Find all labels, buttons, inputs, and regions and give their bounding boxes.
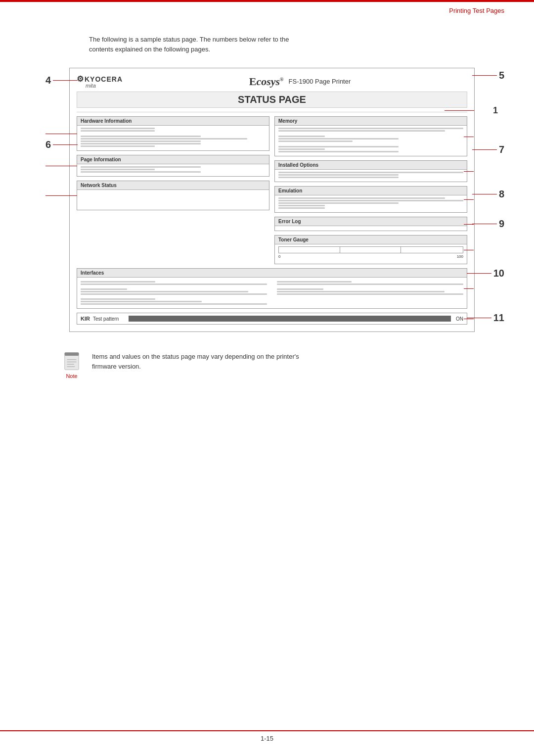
emulation-title: Emulation — [275, 187, 467, 195]
gear-icon: ⚙ — [77, 74, 84, 84]
kir-label: KIR — [81, 316, 90, 322]
io-line-1 — [278, 172, 463, 173]
installed-options-section: Installed Options — [274, 160, 467, 182]
toner-gauge-area: 0 100 — [278, 246, 463, 261]
kyocera-logo: ⚙ KYOCERA — [77, 74, 123, 84]
toner-tick-1 — [340, 247, 340, 253]
annotation-line-9a — [464, 250, 474, 250]
sp-header: ⚙ KYOCERA mita Ecosys® FS-1900 Page Prin… — [77, 74, 467, 89]
annotation-line-11a — [464, 319, 474, 319]
annotation-line-8a — [464, 224, 474, 225]
error-log-section: Error Log — [274, 217, 467, 231]
annotation-line-6a — [45, 195, 77, 196]
sections-area: 1 Hardware Information — [77, 116, 467, 325]
hw-line-3 — [81, 136, 201, 137]
page-information-title: Page Information — [77, 155, 269, 164]
hw-line-1 — [81, 128, 155, 129]
toner-max-label: 100 — [457, 254, 463, 259]
page-header-title: Printing Test Pages — [449, 7, 504, 14]
toner-min-label: 0 — [278, 254, 280, 259]
if-spacer2 — [81, 296, 267, 297]
annotation-line-2a — [45, 134, 77, 134]
if-l2 — [81, 284, 267, 285]
if-l6 — [81, 298, 155, 300]
if-l1 — [81, 281, 155, 283]
page-information-section: Page Information — [77, 155, 269, 177]
if-r3 — [277, 288, 323, 290]
network-status-title: Network Status — [77, 181, 269, 190]
hardware-information-title: Hardware Information — [77, 117, 269, 126]
interfaces-title: Interfaces — [77, 269, 467, 278]
memory-title: Memory — [275, 117, 467, 126]
if-l7 — [81, 301, 202, 302]
firmware-bar — [77, 110, 467, 112]
note-icon-area: Note — [59, 352, 84, 379]
interfaces-section: Interfaces — [77, 268, 467, 309]
if-rspacer1 — [277, 286, 463, 287]
em-line-5 — [278, 207, 325, 209]
installed-options-title: Installed Options — [275, 161, 467, 170]
hw-line-4 — [81, 138, 247, 140]
toner-gauge-section: Toner Gauge 0 100 — [274, 235, 467, 264]
mem-line-2 — [278, 130, 445, 132]
em-line-4 — [278, 205, 325, 206]
if-l3 — [81, 288, 127, 290]
kir-section: KIR Test pattern ON — [77, 313, 467, 325]
annotation-line-10a — [464, 288, 474, 289]
annotation-line-7a — [464, 199, 474, 200]
top-red-line — [0, 0, 534, 2]
hw-line-7 — [81, 145, 155, 147]
model-name: FS-1900 Page Printer — [289, 78, 351, 85]
if-r1 — [277, 281, 352, 283]
pi-line-2 — [81, 169, 155, 170]
pi-line-3 — [81, 171, 201, 173]
annotation-num-1: 1 — [493, 105, 498, 116]
mem-line-4 — [278, 138, 399, 140]
kir-text: Test pattern — [93, 316, 119, 322]
mem-spacer2 — [278, 143, 463, 145]
if-l8 — [81, 303, 267, 305]
note-label-text: Note — [66, 373, 77, 379]
sp-right-col: Memory — [274, 116, 467, 264]
mem-line-1 — [278, 128, 463, 129]
if-l5 — [81, 293, 267, 295]
hw-spacer — [81, 133, 266, 135]
main-content: The following is a sample status page. T… — [0, 20, 534, 409]
memory-section: Memory — [274, 116, 467, 156]
mita-logo: mita — [86, 83, 96, 89]
status-page-title-text: STATUS PAGE — [238, 94, 306, 105]
if-r2 — [277, 284, 463, 285]
registered-mark: ® — [280, 76, 283, 82]
annotation-line-1 — [445, 110, 474, 111]
interfaces-col-right — [277, 280, 463, 306]
io-line-2 — [278, 174, 399, 176]
hardware-information-section: Hardware Information — [77, 116, 269, 151]
note-section: Note Items and values on the status page… — [59, 352, 504, 379]
intro-paragraph: The following is a sample status page. T… — [89, 35, 504, 54]
svg-rect-1 — [65, 353, 79, 356]
if-r5 — [277, 293, 463, 295]
io-line-3 — [278, 177, 399, 178]
if-l4 — [81, 291, 248, 292]
diagram-wrapper: ⚙ KYOCERA mita Ecosys® FS-1900 Page Prin… — [44, 68, 504, 332]
em-line-2 — [278, 200, 463, 201]
mem-line-3 — [278, 136, 325, 137]
error-log-title: Error Log — [275, 217, 467, 226]
kir-value: ON — [456, 316, 463, 322]
bottom-red-line — [0, 730, 534, 731]
ecosys-logo-area: Ecosys® FS-1900 Page Printer — [133, 75, 467, 88]
pi-line-1 — [81, 166, 201, 168]
toner-bar — [278, 246, 463, 253]
if-r4 — [277, 291, 445, 292]
hw-line-2 — [81, 130, 155, 132]
toner-gauge-title: Toner Gauge — [275, 236, 467, 244]
annotation-line-4a — [45, 166, 77, 166]
mem-line-7 — [278, 148, 325, 150]
sp-two-col: Hardware Information — [77, 116, 467, 264]
mem-line-6 — [278, 146, 399, 147]
annotation-line-5a — [464, 171, 474, 172]
status-page-box: ⚙ KYOCERA mita Ecosys® FS-1900 Page Prin… — [69, 68, 475, 332]
sp-logo-left: ⚙ KYOCERA mita — [77, 74, 123, 89]
header-title-text: Printing Test Pages — [449, 7, 504, 14]
note-body-text: Items and values on the status page may … — [92, 352, 299, 371]
